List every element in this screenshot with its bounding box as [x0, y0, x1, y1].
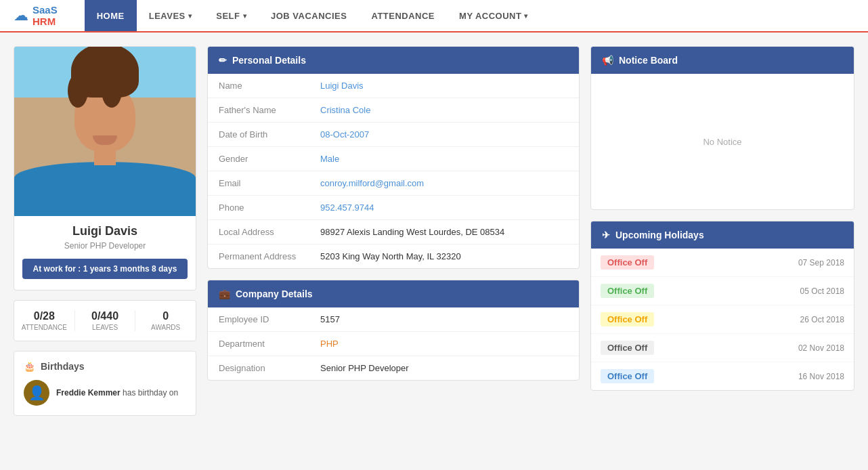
logo-saas: SaaS [32, 4, 58, 16]
designation-value: Senior PHP Developer [309, 356, 579, 381]
birthday-item: 👤 Freddie Kemmer has birthday on [24, 380, 186, 406]
stat-awards-value: 0 [135, 310, 196, 322]
birthdays-card: 🎂 Birthdays 👤 Freddie Kemmer has birthda… [14, 351, 196, 416]
notice-board-body: No Notice [591, 74, 854, 209]
personal-details-title: Personal Details [232, 55, 306, 66]
department-label: Department [208, 332, 309, 356]
personal-details-card: ✏ Personal Details Name Luigi Davis Fath… [207, 46, 580, 269]
at-work-label: At work for : [33, 264, 81, 274]
table-row: Name Luigi Davis [208, 74, 579, 98]
profile-card: Luigi Davis Senior PHP Developer At work… [14, 46, 196, 291]
upcoming-holidays-title: Upcoming Holidays [615, 230, 704, 240]
company-details-card: 💼 Company Details Employee ID 5157 Depar… [207, 280, 580, 381]
dob-value: 08-Oct-2007 [309, 123, 579, 147]
briefcase-icon: 💼 [219, 289, 230, 299]
upcoming-holidays-header: ✈ Upcoming Holidays [591, 221, 854, 249]
holiday-item: Office Off 05 Oct 2018 [591, 277, 854, 305]
stat-leaves: 0/440 LEAVES [75, 310, 136, 331]
table-row: Father's Name Cristina Cole [208, 98, 579, 123]
department-value: PHP [309, 332, 579, 356]
dob-label: Date of Birth [208, 123, 309, 147]
stats-card: 0/28 ATTENDANCE 0/440 LEAVES 0 AWARDS [14, 300, 196, 341]
at-work-value: 1 years 3 months 8 days [83, 264, 177, 274]
stat-attendance-value: 0/28 [14, 310, 74, 322]
table-row: Permanent Address 5203 King Way North Ma… [208, 244, 579, 269]
my-account-chevron: ▾ [524, 12, 528, 20]
gender-label: Gender [208, 147, 309, 171]
holiday-item: Office Off 26 Oct 2018 [591, 305, 854, 334]
birthdays-title: 🎂 Birthdays [24, 361, 186, 372]
table-row: Local Address 98927 Alexis Landing West … [208, 220, 579, 244]
stat-leaves-label: LEAVES [75, 324, 135, 331]
holiday-label-3: Office Off [601, 312, 654, 326]
plane-icon: ✈ [602, 230, 610, 240]
stat-awards: 0 AWARDS [135, 310, 196, 331]
at-work-badge: At work for : 1 years 3 months 8 days [22, 259, 188, 279]
employee-id-value: 5157 [309, 307, 579, 332]
profile-name: Luigi Davis [72, 224, 137, 238]
birthday-avatar: 👤 [24, 380, 49, 406]
stat-attendance: 0/28 ATTENDANCE [14, 310, 75, 331]
notice-board-card: 📢 Notice Board No Notice [590, 46, 854, 210]
nav-home[interactable]: HOME [85, 0, 137, 31]
self-chevron: ▾ [243, 12, 247, 20]
employee-id-label: Employee ID [208, 307, 309, 332]
navbar: ☁ SaaS HRM HOME LEAVES ▾ SELF ▾ JOB VACA… [0, 0, 868, 33]
nav-self[interactable]: SELF ▾ [204, 0, 259, 31]
phone-label: Phone [208, 196, 309, 220]
notice-board-title: Notice Board [619, 55, 678, 66]
table-row: Date of Birth 08-Oct-2007 [208, 123, 579, 147]
table-row: Employee ID 5157 [208, 307, 579, 332]
company-details-title: Company Details [236, 289, 313, 299]
email-value: conroy.milford@gmail.com [309, 171, 579, 196]
nav-my-account[interactable]: MY ACCOUNT ▾ [447, 0, 540, 31]
middle-panel: ✏ Personal Details Name Luigi Davis Fath… [207, 46, 580, 416]
main-content: Luigi Davis Senior PHP Developer At work… [0, 33, 868, 429]
holiday-item: Office Off 02 Nov 2018 [591, 334, 854, 362]
profile-photo [14, 47, 196, 216]
nav-items: HOME LEAVES ▾ SELF ▾ JOB VACANCIES ATTEN… [85, 0, 540, 31]
local-address-value: 98927 Alexis Landing West Lourdes, DE 08… [309, 220, 579, 244]
gender-value: Male [309, 147, 579, 171]
birthday-text: Freddie Kemmer has birthday on [56, 388, 178, 398]
megaphone-icon: 📢 [602, 55, 613, 66]
holiday-label-4: Office Off [601, 341, 654, 355]
stat-attendance-label: ATTENDANCE [14, 324, 74, 331]
birthday-avatar-icon: 👤 [28, 385, 45, 401]
holidays-list: Office Off 07 Sep 2018 Office Off 05 Oct… [591, 249, 854, 390]
holiday-date-2: 05 Oct 2018 [800, 286, 844, 296]
nav-attendance[interactable]: ATTENDANCE [359, 0, 447, 31]
nav-leaves[interactable]: LEAVES ▾ [137, 0, 204, 31]
profile-title: Senior PHP Developer [64, 241, 146, 251]
holiday-label-5: Office Off [601, 369, 654, 383]
pencil-icon: ✏ [219, 55, 227, 66]
name-value: Luigi Davis [309, 74, 579, 98]
upcoming-holidays-card: ✈ Upcoming Holidays Office Off 07 Sep 20… [590, 221, 854, 391]
no-notice-text: No Notice [703, 137, 741, 147]
permanent-address-value: 5203 King Way North May, IL 32320 [309, 244, 579, 269]
designation-label: Designation [208, 356, 309, 381]
stat-leaves-value: 0/440 [75, 310, 135, 322]
company-details-table: Employee ID 5157 Department PHP Designat… [208, 307, 579, 380]
table-row: Department PHP [208, 332, 579, 356]
holiday-date-3: 26 Oct 2018 [800, 315, 844, 324]
logo: ☁ SaaS HRM [14, 4, 58, 27]
local-address-label: Local Address [208, 220, 309, 244]
leaves-chevron: ▾ [188, 12, 192, 20]
personal-details-header: ✏ Personal Details [208, 47, 579, 74]
birthday-icon: 🎂 [24, 361, 35, 372]
nav-job-vacancies[interactable]: JOB VACANCIES [259, 0, 359, 31]
table-row: Gender Male [208, 147, 579, 171]
right-panel: 📢 Notice Board No Notice ✈ Upcoming Holi… [590, 46, 854, 416]
holiday-item: Office Off 16 Nov 2018 [591, 362, 854, 390]
email-label: Email [208, 171, 309, 196]
left-panel: Luigi Davis Senior PHP Developer At work… [14, 46, 196, 416]
fathers-name-label: Father's Name [208, 98, 309, 123]
table-row: Designation Senior PHP Developer [208, 356, 579, 381]
cloud-icon: ☁ [14, 7, 28, 24]
holiday-date-4: 02 Nov 2018 [798, 343, 844, 353]
holiday-label-2: Office Off [601, 284, 654, 298]
personal-details-table: Name Luigi Davis Father's Name Cristina … [208, 74, 579, 268]
phone-value: 952.457.9744 [309, 196, 579, 220]
holiday-date-1: 07 Sep 2018 [798, 258, 844, 268]
